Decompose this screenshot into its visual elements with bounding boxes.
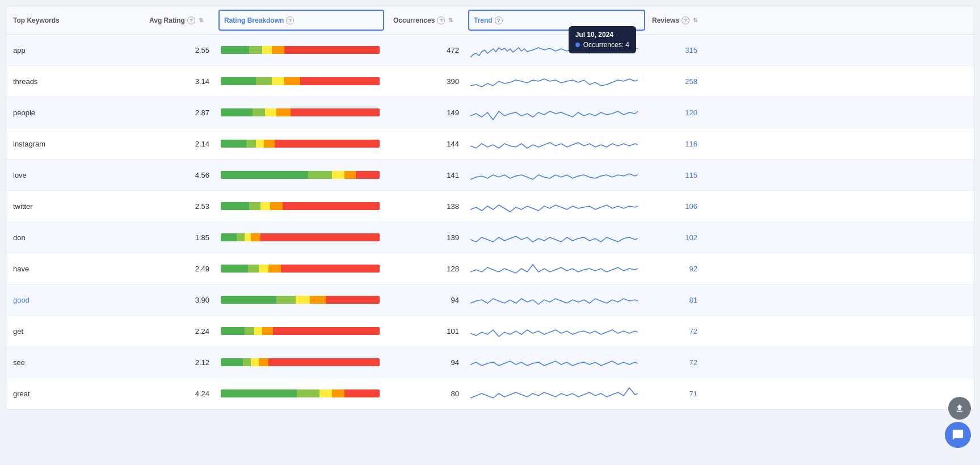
col-rating-breakdown-label: Rating Breakdown — [224, 16, 284, 24]
reviews-link[interactable]: 315 — [685, 46, 697, 55]
avg-rating-cell: 2.53 — [142, 198, 216, 215]
keyword-cell: threads — [6, 73, 142, 90]
reviews-cell: 102 — [647, 229, 704, 246]
keyword-cell: instagram — [6, 135, 142, 153]
occurrences-cell: 141 — [386, 166, 466, 184]
table-row: twitter2.53138106 — [6, 191, 974, 222]
table-row: good3.909481 — [6, 284, 974, 316]
keyword-cell: get — [6, 322, 142, 340]
table-row: see2.129472 — [6, 347, 974, 378]
avg-rating-cell: 3.90 — [142, 291, 216, 309]
table-row: get2.2410172 — [6, 316, 974, 347]
table-row: people2.87149120 — [6, 97, 974, 128]
rating-bar-cell — [216, 291, 386, 308]
table-row: app2.55472 Jul 10, 2024 Occurrences: 4 ↖… — [6, 35, 974, 66]
keyword-cell: twitter — [6, 198, 142, 215]
avg-rating-cell: 2.87 — [142, 104, 216, 122]
reviews-link[interactable]: 106 — [685, 202, 697, 211]
col-header-occurrences[interactable]: Occurrences ? ⇅ — [386, 6, 466, 34]
col-header-keyword[interactable]: Top Keywords — [6, 6, 142, 34]
avg-rating-cell: 2.49 — [142, 260, 216, 278]
reviews-cell: 258 — [647, 73, 704, 90]
occurrences-cell: 139 — [386, 229, 466, 246]
reviews-link[interactable]: 72 — [689, 358, 697, 367]
avg-rating-cell: 2.55 — [142, 41, 216, 59]
rating-bar-cell — [216, 135, 386, 152]
col-keyword-label: Top Keywords — [13, 16, 60, 24]
trend-cell — [466, 162, 647, 188]
upload-fab-button[interactable] — [948, 397, 971, 416]
trend-cell — [466, 69, 647, 94]
occurrences-cell: 390 — [386, 73, 466, 90]
trend-cell — [466, 131, 647, 157]
reviews-cell: 116 — [647, 135, 704, 153]
col-header-trend[interactable]: Trend ? — [468, 10, 645, 31]
trend-cell — [466, 287, 647, 313]
reviews-help-icon[interactable]: ? — [682, 16, 689, 24]
table-row: great4.248071 — [6, 378, 974, 409]
rating-bar-cell — [216, 385, 386, 402]
table-row: instagram2.14144116 — [6, 128, 974, 160]
reviews-link[interactable]: 71 — [689, 389, 697, 398]
mouse-cursor-indicator: ↖ — [626, 44, 635, 56]
col-header-rating-breakdown[interactable]: Rating Breakdown ? — [218, 10, 384, 31]
keyword-cell: people — [6, 104, 142, 122]
col-header-reviews[interactable]: Reviews ? ⇅ — [647, 6, 704, 34]
reviews-link[interactable]: 258 — [685, 77, 697, 86]
reviews-link[interactable]: 81 — [689, 296, 697, 304]
reviews-sort-icon: ⇅ — [693, 17, 697, 23]
occurrences-help-icon[interactable]: ? — [437, 16, 445, 24]
trend-cell — [466, 225, 647, 250]
rating-bar-cell — [216, 41, 386, 58]
reviews-link[interactable]: 120 — [685, 108, 697, 117]
avg-rating-sort-icon: ⇅ — [199, 17, 203, 23]
reviews-cell: 71 — [647, 385, 704, 403]
reviews-link[interactable]: 115 — [685, 171, 697, 179]
table-row: have2.4912892 — [6, 253, 974, 284]
trend-cell — [466, 350, 647, 375]
rating-breakdown-help-icon[interactable]: ? — [286, 16, 294, 24]
col-header-avg-rating[interactable]: Avg Rating ? ⇅ — [142, 6, 216, 34]
reviews-cell: 115 — [647, 166, 704, 184]
rating-bar-cell — [216, 354, 386, 371]
rating-bar-cell — [216, 104, 386, 121]
occurrences-cell: 138 — [386, 198, 466, 215]
keyword-cell: have — [6, 260, 142, 278]
reviews-cell: 120 — [647, 104, 704, 122]
trend-cell — [466, 194, 647, 219]
table-header: Top Keywords Avg Rating ? ⇅ Rating Break… — [6, 6, 974, 35]
avg-rating-cell: 3.14 — [142, 73, 216, 90]
avg-rating-cell: 2.12 — [142, 354, 216, 371]
trend-cell — [466, 256, 647, 282]
table-row: threads3.14390258 — [6, 66, 974, 97]
reviews-cell: 81 — [647, 291, 704, 309]
reviews-cell: 315 — [647, 41, 704, 59]
occurrences-sort-icon: ⇅ — [448, 17, 453, 23]
reviews-link[interactable]: 102 — [685, 233, 697, 242]
keyword-cell: don — [6, 229, 142, 246]
keywords-table: Top Keywords Avg Rating ? ⇅ Rating Break… — [6, 6, 974, 410]
col-occurrences-label: Occurrences — [393, 16, 435, 24]
occurrences-cell: 472 — [386, 41, 466, 59]
reviews-link[interactable]: 116 — [685, 140, 697, 148]
occurrences-cell: 94 — [386, 354, 466, 371]
occurrences-cell: 144 — [386, 135, 466, 153]
rating-bar-cell — [216, 229, 386, 246]
reviews-link[interactable]: 92 — [689, 265, 697, 273]
occurrences-cell: 80 — [386, 385, 466, 403]
keyword-cell: app — [6, 41, 142, 59]
keyword-cell: great — [6, 385, 142, 403]
avg-rating-help-icon[interactable]: ? — [187, 16, 195, 24]
trend-cell — [466, 319, 647, 344]
rating-bar-cell — [216, 322, 386, 340]
avg-rating-cell: 4.24 — [142, 385, 216, 403]
reviews-link[interactable]: 72 — [689, 327, 697, 336]
reviews-cell: 106 — [647, 198, 704, 215]
keyword-cell: love — [6, 166, 142, 184]
reviews-cell: 72 — [647, 322, 704, 340]
rating-bar-cell — [216, 166, 386, 183]
trend-help-icon[interactable]: ? — [495, 16, 503, 24]
reviews-cell: 92 — [647, 260, 704, 278]
occurrences-cell: 149 — [386, 104, 466, 122]
keyword-cell: see — [6, 354, 142, 371]
